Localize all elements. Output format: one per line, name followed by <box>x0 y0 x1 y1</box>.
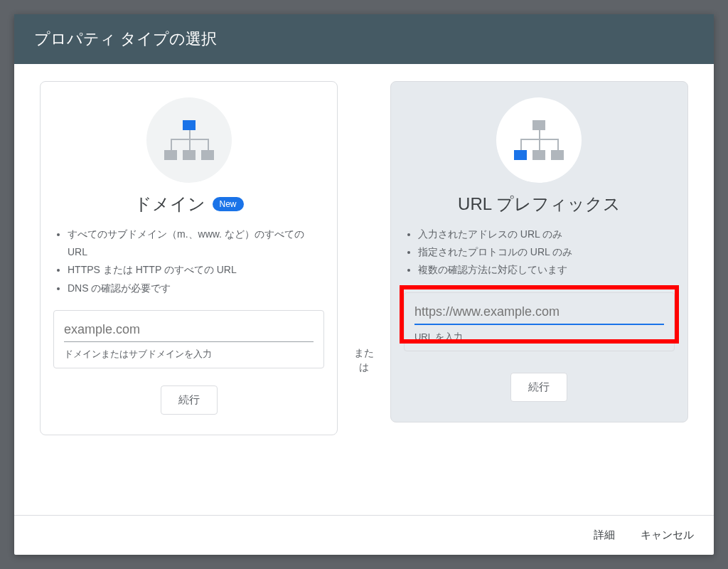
url-input-group: URL を入力 <box>404 292 675 351</box>
url-title-row: URL プレフィックス <box>458 193 621 216</box>
cancel-button[interactable]: キャンセル <box>641 528 694 542</box>
domain-input-group: ドメインまたはサブドメインを入力 <box>53 310 324 368</box>
divider-text: または <box>349 346 379 374</box>
dialog-title: プロパティ タイプの選択 <box>34 30 217 48</box>
url-bullet-1: 指定されたプロトコルの URL のみ <box>418 243 675 261</box>
url-input[interactable] <box>414 302 664 325</box>
url-continue-button[interactable]: 続行 <box>510 373 567 402</box>
url-icon-circle <box>496 97 582 183</box>
domain-bullet-2: DNS の確認が必要です <box>68 280 324 297</box>
property-type-dialog: プロパティ タイプの選択 ドメイン New すべてのサブドメイン（m.、www.… <box>14 14 714 555</box>
new-badge: New <box>213 197 244 211</box>
dialog-footer: 詳細 キャンセル <box>14 515 714 555</box>
domain-bullet-0: すべてのサブドメイン（m.、www. など）のすべての URL <box>68 225 324 261</box>
url-input-helper: URL を入力 <box>414 331 664 344</box>
url-input-wrap: URL を入力 <box>404 292 675 368</box>
domain-card-title: ドメイン <box>134 193 205 216</box>
domain-bullets: すべてのサブドメイン（m.、www. など）のすべての URL HTTPS また… <box>53 225 324 297</box>
domain-bullet-1: HTTPS または HTTP のすべての URL <box>68 261 324 279</box>
domain-card[interactable]: ドメイン New すべてのサブドメイン（m.、www. など）のすべての URL… <box>40 81 338 435</box>
dialog-content: ドメイン New すべてのサブドメイン（m.、www. など）のすべての URL… <box>14 64 714 515</box>
sitemap-icon <box>514 120 564 160</box>
domain-continue-button[interactable]: 続行 <box>161 385 218 415</box>
dialog-header: プロパティ タイプの選択 <box>14 14 714 64</box>
domain-icon-circle <box>146 97 232 183</box>
details-button[interactable]: 詳細 <box>594 528 615 542</box>
sitemap-icon <box>164 120 214 160</box>
domain-input[interactable] <box>64 319 314 342</box>
url-card-title: URL プレフィックス <box>458 193 621 216</box>
url-bullet-0: 入力されたアドレスの URL のみ <box>418 225 675 243</box>
domain-input-helper: ドメインまたはサブドメインを入力 <box>64 348 314 361</box>
url-bullets: 入力されたアドレスの URL のみ 指定されたプロトコルの URL のみ 複数の… <box>404 225 675 280</box>
domain-title-row: ドメイン New <box>134 193 244 216</box>
url-prefix-card[interactable]: URL プレフィックス 入力されたアドレスの URL のみ 指定されたプロトコル… <box>390 81 688 422</box>
url-bullet-2: 複数の確認方法に対応しています <box>418 261 675 279</box>
